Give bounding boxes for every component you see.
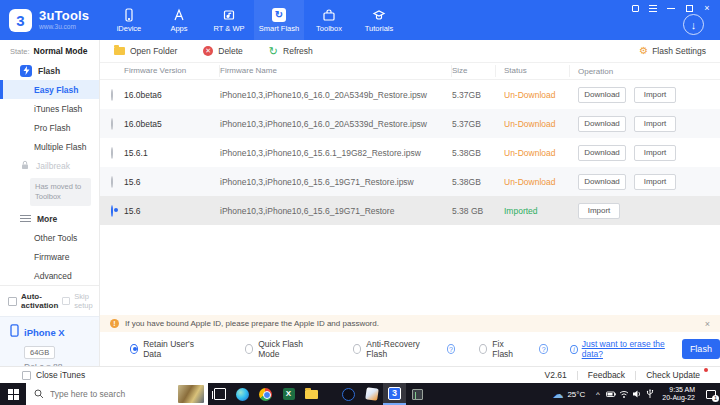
sidebar-item-multiple-flash[interactable]: Multiple Flash	[0, 137, 99, 156]
iphone-icon	[10, 323, 19, 341]
sidebar-item-pro-flash[interactable]: Pro Flash	[0, 118, 99, 137]
version-label: V2.61	[535, 370, 577, 380]
row-radio[interactable]	[111, 147, 113, 159]
sidebar-item-itunes-flash[interactable]: iTunes Flash	[0, 99, 99, 118]
auto-activation-checkbox[interactable]	[8, 297, 17, 306]
search-input[interactable]	[50, 389, 172, 399]
option-anti-recovery-flash[interactable]: Anti-Recovery Flash	[353, 339, 426, 359]
sidebar: State: Normal Mode Flash Easy Flash iTun…	[0, 40, 100, 366]
start-button[interactable]	[0, 383, 26, 405]
bin-app[interactable]	[406, 383, 429, 405]
table-row[interactable]: 16.0beta6 iPhone10,3,iPhone10,6_16.0_20A…	[100, 80, 720, 109]
gift-icon[interactable]	[630, 3, 640, 13]
network-icon[interactable]	[617, 383, 630, 405]
download-button[interactable]: Download	[578, 174, 626, 190]
excel-app[interactable]: X	[277, 383, 300, 405]
option-radio[interactable]	[353, 344, 361, 354]
help-icon[interactable]: ?	[539, 344, 547, 354]
notification-center-button[interactable]: 1	[702, 383, 720, 405]
chrome-icon	[259, 388, 272, 401]
dark-circle-app[interactable]	[337, 383, 360, 405]
feedback-link[interactable]: Feedback	[578, 370, 635, 380]
help-icon[interactable]: ?	[447, 344, 455, 354]
usb-icon[interactable]	[643, 383, 656, 405]
taskbar-clock[interactable]: 9:35 AM 20-Aug-22	[656, 386, 702, 403]
nav-idevice[interactable]: iDevice	[104, 0, 154, 40]
import-button[interactable]: Import	[634, 87, 676, 103]
close-itunes-option[interactable]: Close iTunes	[10, 370, 85, 380]
minimize-button[interactable]	[666, 3, 676, 13]
flash-button[interactable]: Flash	[682, 339, 720, 359]
erase-data-link[interactable]: i Just want to erase the data?	[570, 339, 666, 359]
open-folder-button[interactable]: Open Folder	[114, 46, 177, 56]
task-view-button[interactable]	[208, 383, 231, 405]
sidebar-item-more[interactable]: More	[0, 209, 99, 228]
delete-button[interactable]: ✕ Delete	[203, 46, 243, 56]
chrome-app[interactable]	[254, 383, 277, 405]
import-button[interactable]: Import	[578, 203, 620, 219]
sidebar-item-easy-flash[interactable]: Easy Flash	[0, 80, 99, 99]
file-explorer-app[interactable]	[300, 383, 323, 405]
refresh-button[interactable]: ↻ Refresh	[269, 46, 313, 56]
restore-button[interactable]	[684, 3, 694, 13]
import-button[interactable]: Import	[634, 145, 676, 161]
app-logo: 3 3uTools www.3u.com	[0, 9, 100, 32]
search-highlight-image[interactable]	[178, 385, 204, 403]
close-button[interactable]: ×	[702, 3, 712, 13]
menu-icon[interactable]	[648, 3, 658, 13]
delete-icon: ✕	[203, 46, 213, 56]
taskbar-search[interactable]	[26, 383, 208, 405]
row-radio[interactable]	[111, 89, 113, 101]
ringtone-wallpaper-icon	[222, 7, 237, 22]
table-row-selected[interactable]: 15.6 iPhone10,3,iPhone10,6_15.6_19G71_Re…	[100, 196, 720, 225]
download-button[interactable]: Download	[578, 87, 626, 103]
dark-circle-app-icon	[342, 388, 355, 401]
sidebar-item-advanced[interactable]: Advanced	[0, 266, 99, 285]
device-name[interactable]: iPhone X	[24, 327, 65, 338]
3utools-app-active[interactable]: 3	[383, 383, 406, 405]
check-update-link[interactable]: Check Update	[636, 370, 710, 380]
option-radio[interactable]	[245, 344, 253, 354]
option-quick-flash-mode[interactable]: Quick Flash Mode	[245, 339, 312, 359]
battery-icon[interactable]	[604, 383, 617, 405]
flash-settings-button[interactable]: ⚙ Flash Settings	[639, 46, 706, 56]
row-radio-selected[interactable]	[111, 205, 113, 217]
header-status: Status	[496, 65, 570, 77]
table-row[interactable]: 16.0beta5 iPhone10,3,iPhone10,6_16.0_20A…	[100, 109, 720, 138]
option-radio[interactable]	[130, 344, 138, 354]
smart-flash-icon: ↻	[272, 8, 286, 22]
hidden-icons-chevron[interactable]: ^	[591, 383, 604, 405]
volume-icon[interactable]	[630, 383, 643, 405]
skip-setup-checkbox[interactable]	[62, 297, 70, 305]
download-button[interactable]: Download	[578, 145, 626, 161]
edge-app[interactable]	[231, 383, 254, 405]
minimize-to-float-button[interactable]: ↓	[683, 14, 704, 35]
device-capacity-badge: 64GB	[24, 346, 55, 359]
nav-smart-flash[interactable]: ↻ Smart Flash	[254, 0, 304, 40]
row-radio[interactable]	[111, 118, 113, 130]
status-badge: Un-Download	[496, 148, 570, 158]
nav-apps[interactable]: Apps	[154, 0, 204, 40]
warning-icon: !	[110, 319, 119, 328]
option-fix-flash[interactable]: Fix Flash	[479, 339, 518, 359]
download-button[interactable]: Download	[578, 116, 626, 132]
status-badge: Un-Download	[496, 177, 570, 187]
nav-tutorials[interactable]: Tutorials	[354, 0, 404, 40]
option-retain-users-data[interactable]: Retain User's Data	[130, 339, 199, 359]
close-itunes-checkbox[interactable]	[22, 371, 31, 380]
import-button[interactable]: Import	[634, 116, 676, 132]
weather-widget[interactable]: ☁ 25°C	[546, 389, 591, 400]
sidebar-item-flash[interactable]: Flash	[0, 61, 99, 80]
orange-app[interactable]	[360, 383, 383, 405]
sidebar-item-firmware[interactable]: Firmware	[0, 247, 99, 266]
cloud-icon: ☁	[552, 389, 563, 400]
sidebar-item-other-tools[interactable]: Other Tools	[0, 228, 99, 247]
table-row[interactable]: 15.6.1 iPhone10,3,iPhone10,6_15.6.1_19G8…	[100, 138, 720, 167]
table-row[interactable]: 15.6 iPhone10,3,iPhone10,6_15.6_19G71_Re…	[100, 167, 720, 196]
nav-toolbox[interactable]: Toolbox	[304, 0, 354, 40]
row-radio[interactable]	[111, 176, 113, 188]
notice-close-icon[interactable]: ×	[705, 319, 710, 329]
nav-rt-wp[interactable]: RT & WP	[204, 0, 254, 40]
option-radio[interactable]	[479, 344, 487, 354]
import-button[interactable]: Import	[634, 174, 676, 190]
